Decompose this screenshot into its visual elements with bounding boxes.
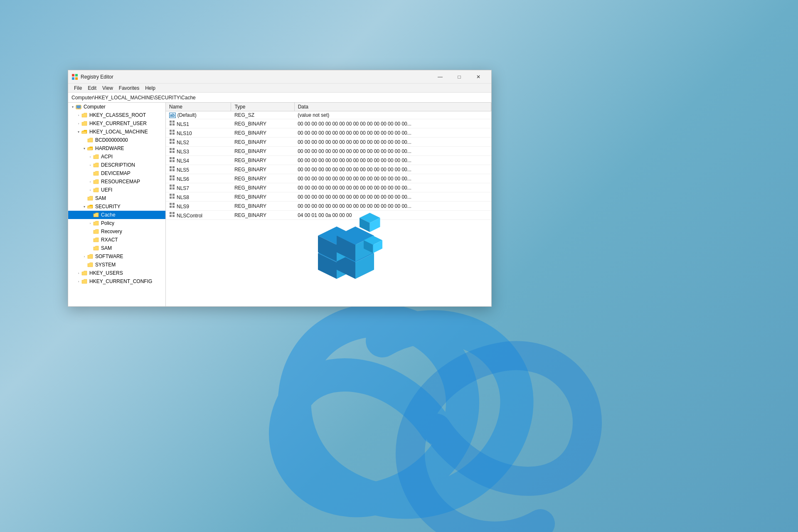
- folder-icon-open: [81, 128, 88, 135]
- table-row[interactable]: NLS1REG_BINARY00 00 00 00 00 00 00 00 00…: [166, 119, 491, 128]
- tree-item-software[interactable]: › SOFTWARE: [68, 252, 165, 261]
- tree-item-description[interactable]: › DESCRIPTION: [68, 161, 165, 169]
- tree-label: Policy: [101, 220, 114, 226]
- folder-icon: [81, 120, 88, 127]
- svg-rect-43: [170, 197, 172, 199]
- svg-rect-24: [172, 151, 175, 153]
- cell-data: 00 00 00 00 00 00 00 00 00 00 00 00 00 0…: [294, 165, 491, 174]
- col-name: Name: [166, 103, 231, 111]
- cell-name: NLS2: [166, 138, 231, 147]
- cell-name: ab(Default): [166, 111, 231, 119]
- table-row[interactable]: NLS2REG_BINARY00 00 00 00 00 00 00 00 00…: [166, 138, 491, 147]
- expand-icon: [87, 236, 93, 244]
- svg-rect-42: [172, 194, 175, 196]
- tree-item-hkcc[interactable]: › HKEY_CURRENT_CONFIG: [68, 277, 165, 286]
- cell-type: REG_BINARY: [231, 192, 294, 202]
- app-icon: [71, 74, 78, 80]
- svg-rect-39: [170, 187, 172, 190]
- tree-item-rxact[interactable]: RXACT: [68, 236, 165, 244]
- table-row[interactable]: NLS4REG_BINARY00 00 00 00 00 00 00 00 00…: [166, 156, 491, 165]
- menu-view[interactable]: View: [100, 84, 116, 92]
- tree-item-hklm[interactable]: ▾ HKEY_LOCAL_MACHINE: [68, 128, 165, 136]
- folder-icon-open: [87, 145, 94, 152]
- tree-item-cache[interactable]: Cache: [68, 211, 165, 219]
- cell-name: NLS9: [166, 202, 231, 211]
- cell-type: REG_BINARY: [231, 174, 294, 183]
- expand-icon: [87, 244, 93, 252]
- expand-icon: ▾: [70, 103, 76, 111]
- tree-item-recovery[interactable]: Recovery: [68, 227, 165, 236]
- svg-rect-40: [172, 187, 175, 190]
- tree-item-system[interactable]: SYSTEM: [68, 261, 165, 269]
- table-row[interactable]: NLS10REG_BINARY00 00 00 00 00 00 00 00 0…: [166, 128, 491, 138]
- svg-rect-46: [172, 203, 175, 205]
- tree-item-policy[interactable]: › Policy: [68, 219, 165, 227]
- tree-item-uefi[interactable]: › UEFI: [68, 186, 165, 194]
- svg-rect-32: [172, 169, 175, 171]
- menu-file[interactable]: File: [71, 84, 84, 92]
- tree-label: DESCRIPTION: [101, 162, 135, 168]
- tree-item-security[interactable]: ▾ SECURITY: [68, 202, 165, 211]
- cell-type: REG_BINARY: [231, 202, 294, 211]
- folder-icon: [93, 236, 100, 243]
- svg-rect-28: [172, 160, 175, 162]
- cell-name: NLS6: [166, 174, 231, 183]
- tree-item-acpi[interactable]: › ACPI: [68, 153, 165, 161]
- tree-item-hkcu[interactable]: › HKEY_CURRENT_USER: [68, 119, 165, 128]
- tree-item-computer[interactable]: ▾ Computer: [68, 103, 165, 111]
- expand-icon: ›: [87, 153, 93, 161]
- menu-favorites[interactable]: Favorites: [116, 84, 142, 92]
- close-button[interactable]: ✕: [469, 70, 488, 84]
- cell-type: REG_SZ: [231, 111, 294, 119]
- svg-rect-45: [170, 203, 172, 205]
- cell-name: NLSControl: [166, 211, 231, 220]
- tree-item-devicemap[interactable]: DEVICEMAP: [68, 169, 165, 177]
- svg-rect-6: [76, 106, 81, 108]
- svg-rect-19: [170, 142, 172, 144]
- tree-item-resourcemap[interactable]: › RESOURCEMAP: [68, 177, 165, 186]
- tree-item-hardware[interactable]: ▾ HARDWARE: [68, 144, 165, 153]
- svg-rect-51: [170, 215, 172, 217]
- svg-rect-10: [172, 121, 175, 123]
- expand-icon: ›: [87, 219, 93, 227]
- address-bar: Computer\HKEY_LOCAL_MACHINE\SECURITY\Cac…: [68, 93, 491, 103]
- tree-pane[interactable]: ▾ Computer ›: [68, 103, 166, 306]
- tree-label: SAM: [95, 195, 106, 201]
- svg-rect-8: [78, 108, 79, 109]
- tree-item-bcd[interactable]: BCD00000000: [68, 136, 165, 144]
- svg-rect-0: [72, 74, 74, 76]
- svg-rect-25: [170, 157, 172, 159]
- tree-label: UEFI: [101, 187, 112, 193]
- table-row[interactable]: NLS7REG_BINARY00 00 00 00 00 00 00 00 00…: [166, 183, 491, 192]
- tree-item-sam2[interactable]: SAM: [68, 244, 165, 252]
- minimize-button[interactable]: —: [431, 70, 450, 84]
- cell-name: NLS1: [166, 119, 231, 128]
- svg-rect-9: [170, 121, 172, 123]
- svg-marker-58: [355, 253, 374, 279]
- table-row[interactable]: NLSControlREG_BINARY04 00 01 00 0a 00 00…: [166, 211, 491, 220]
- menu-edit[interactable]: Edit: [85, 84, 99, 92]
- svg-marker-68: [364, 236, 382, 245]
- svg-marker-64: [355, 236, 374, 261]
- svg-marker-66: [360, 218, 370, 232]
- svg-rect-33: [170, 175, 172, 177]
- table-row[interactable]: NLS6REG_BINARY00 00 00 00 00 00 00 00 00…: [166, 174, 491, 183]
- tree-item-hkcr[interactable]: › HKEY_CLASSES_ROOT: [68, 111, 165, 119]
- table-row[interactable]: NLS8REG_BINARY00 00 00 00 00 00 00 00 00…: [166, 192, 491, 202]
- table-row[interactable]: NLS3REG_BINARY00 00 00 00 00 00 00 00 00…: [166, 147, 491, 156]
- menu-help[interactable]: Help: [143, 84, 158, 92]
- svg-marker-69: [364, 240, 373, 253]
- tree-label: RXACT: [101, 237, 118, 243]
- tree-item-sam[interactable]: SAM: [68, 194, 165, 202]
- expand-icon: ›: [76, 269, 81, 277]
- folder-icon: [81, 278, 88, 285]
- table-row[interactable]: NLS5REG_BINARY00 00 00 00 00 00 00 00 00…: [166, 165, 491, 174]
- svg-rect-11: [170, 123, 172, 126]
- registry-editor-window: Registry Editor — □ ✕ File Edit View Fav…: [68, 70, 492, 307]
- table-row[interactable]: NLS9REG_BINARY00 00 00 00 00 00 00 00 00…: [166, 202, 491, 211]
- tree-item-hku[interactable]: › HKEY_USERS: [68, 269, 165, 277]
- content-area: ▾ Computer ›: [68, 103, 491, 306]
- cell-data: 00 00 00 00 00 00 00 00 00 00 00 00 00 0…: [294, 156, 491, 165]
- maximize-button[interactable]: □: [450, 70, 469, 84]
- table-row[interactable]: ab(Default)REG_SZ(value not set): [166, 111, 491, 119]
